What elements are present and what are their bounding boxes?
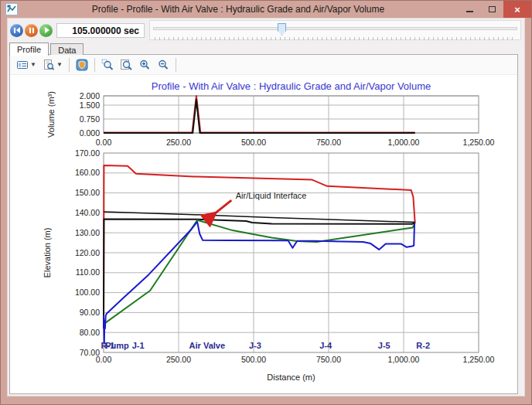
chevron-down-icon: ▼	[30, 61, 36, 68]
pause-button[interactable]	[25, 24, 38, 37]
close-button[interactable]: ×	[503, 1, 531, 18]
highlight-icon	[76, 59, 88, 71]
maximize-button[interactable]	[481, 1, 503, 18]
time-display-field[interactable]: 105.000000 sec	[56, 23, 145, 38]
tab-profile[interactable]: Profile	[9, 43, 49, 56]
svg-text:0.00: 0.00	[96, 138, 112, 147]
svg-text:Profile - With Air Valve : Hyd: Profile - With Air Valve : Hydraulic Gra…	[152, 80, 431, 92]
zoom-in-icon	[138, 59, 151, 71]
svg-text:90.00: 90.00	[80, 308, 100, 317]
view-options-button[interactable]: ▼	[14, 56, 39, 73]
svg-text:160.00: 160.00	[75, 168, 100, 177]
zoom-in-button[interactable]	[136, 56, 153, 73]
svg-text:500.00: 500.00	[241, 355, 266, 364]
tabstrip: Profile Data	[9, 42, 85, 55]
svg-text:110.00: 110.00	[76, 267, 100, 277]
zoom-out-button[interactable]	[155, 56, 172, 73]
svg-text:140.00: 140.00	[75, 208, 100, 217]
svg-text:100.00: 100.00	[75, 288, 100, 297]
svg-text:Air Valve: Air Valve	[189, 341, 225, 350]
time-slider-track[interactable]	[153, 27, 517, 30]
svg-text:250.00: 250.00	[166, 355, 191, 364]
svg-text:Air/Liquid Interface: Air/Liquid Interface	[236, 191, 307, 200]
profile-chart: 0.000.00250.00250.00500.00500.00750.0075…	[10, 76, 517, 393]
play-icon	[45, 27, 49, 33]
svg-text:J-3: J-3	[249, 341, 261, 350]
svg-text:130.00: 130.00	[75, 228, 100, 237]
svg-text:80.00: 80.00	[80, 328, 100, 337]
window-title: Profile - Profile - With Air Valve : Hyd…	[18, 4, 459, 15]
svg-text:Pump: Pump	[105, 341, 129, 350]
titlebar: Profile - Profile - With Air Valve : Hyd…	[1, 1, 531, 18]
svg-text:120.00: 120.00	[75, 248, 100, 257]
highlight-button[interactable]	[73, 56, 90, 73]
svg-text:Elevation (m): Elevation (m)	[43, 228, 52, 278]
zoom-window-button[interactable]	[99, 56, 116, 73]
skip-start-icon	[14, 27, 20, 33]
animation-toolbar: 105.000000 sec	[8, 19, 524, 42]
svg-text:1.500: 1.500	[80, 100, 100, 110]
time-slider-ticks	[155, 37, 516, 40]
zoom-extents-button[interactable]	[118, 56, 135, 73]
svg-text:1,250.00: 1,250.00	[463, 138, 495, 147]
tab-data[interactable]: Data	[50, 43, 84, 55]
profile-panel: ▼▼ 0.000.00250.00250.00500.00500.00750.0…	[9, 54, 518, 394]
svg-text:500.00: 500.00	[241, 138, 266, 147]
svg-text:0.750: 0.750	[80, 114, 100, 124]
svg-text:1,250.00: 1,250.00	[463, 355, 495, 364]
app-icon	[5, 3, 18, 15]
play-button[interactable]	[39, 24, 53, 37]
svg-text:750.00: 750.00	[316, 355, 341, 364]
svg-text:J-5: J-5	[378, 341, 390, 350]
svg-text:J-1: J-1	[132, 341, 145, 350]
svg-text:Distance (m): Distance (m)	[267, 373, 315, 382]
print-preview-button[interactable]: ▼	[40, 56, 65, 73]
chart-area: 0.000.00250.00250.00500.00500.00750.0075…	[10, 76, 517, 393]
svg-text:250.00: 250.00	[166, 138, 191, 147]
print-preview-icon	[43, 59, 55, 71]
time-slider-thumb[interactable]	[278, 23, 286, 36]
skip-start-button[interactable]	[10, 24, 23, 37]
svg-text:J-4: J-4	[319, 341, 332, 350]
svg-text:170.00: 170.00	[75, 148, 100, 158]
pause-icon	[29, 28, 34, 33]
view-options-icon	[16, 59, 29, 71]
toolbar-separator	[69, 58, 70, 72]
zoom-window-icon	[101, 59, 114, 71]
svg-text:750.00: 750.00	[316, 138, 341, 147]
zoom-extents-icon	[120, 59, 132, 71]
svg-text:0.000: 0.000	[80, 128, 100, 138]
minimize-button[interactable]	[459, 1, 481, 18]
svg-text:1,000.00: 1,000.00	[388, 355, 420, 364]
svg-text:R-2: R-2	[416, 341, 430, 350]
chart-toolbar: ▼▼	[10, 55, 517, 75]
svg-text:150.00: 150.00	[75, 188, 100, 197]
svg-text:70.00: 70.00	[80, 348, 100, 357]
zoom-out-icon	[157, 59, 169, 71]
client-area: 105.000000 sec Profile Data ▼▼ 0.000.002…	[7, 18, 525, 396]
chevron-down-icon: ▼	[56, 61, 63, 68]
svg-text:2.000: 2.000	[80, 91, 100, 100]
profile-window: Profile - Profile - With Air Valve : Hyd…	[0, 0, 532, 405]
toolbar-separator	[94, 58, 95, 72]
svg-text:1,000.00: 1,000.00	[388, 138, 420, 147]
toolbar-separator	[176, 58, 176, 72]
svg-text:Volume (m³): Volume (m³)	[46, 91, 56, 138]
time-slider[interactable]	[149, 20, 521, 40]
